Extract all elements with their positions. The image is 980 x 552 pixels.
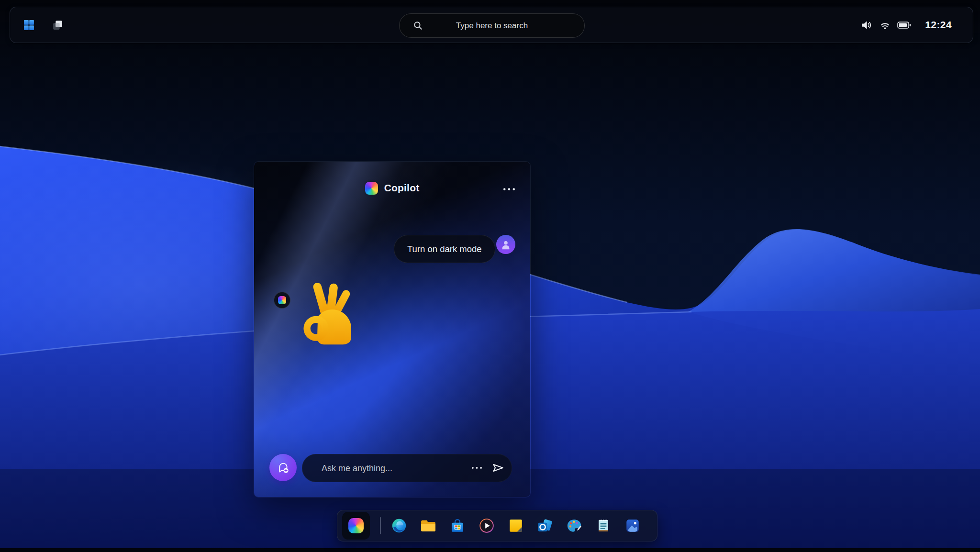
dock-item-movies-tv[interactable] [479, 518, 495, 534]
send-icon [491, 462, 505, 474]
new-chat-icon [275, 460, 291, 476]
new-chat-button[interactable] [269, 454, 297, 481]
outlook-icon [537, 518, 553, 534]
app-dock [337, 510, 657, 541]
dock-item-sticky-notes[interactable] [508, 518, 524, 534]
wifi-icon[interactable] [879, 19, 891, 31]
search-input[interactable] [400, 14, 584, 37]
taskbar-left-group [22, 7, 64, 43]
window-vignette [254, 162, 530, 497]
notepad-icon [595, 518, 612, 534]
ok-hand-emoji [300, 283, 359, 345]
dock-item-microsoft-store[interactable] [449, 518, 466, 534]
copilot-header: Copilot [254, 180, 530, 196]
dock-item-file-explorer[interactable] [420, 518, 436, 534]
dock-item-paint[interactable] [566, 518, 582, 534]
copilot-icon [348, 518, 364, 533]
user-avatar [496, 235, 515, 254]
microsoft-store-icon [449, 518, 466, 534]
send-button[interactable] [490, 461, 506, 475]
ask-input[interactable] [321, 454, 457, 483]
composer-more-options-button[interactable] [468, 463, 485, 473]
windows-start-icon[interactable] [22, 19, 35, 31]
edge-icon [391, 518, 407, 534]
system-tray: 12:24 [860, 7, 952, 43]
window-title: Copilot [384, 182, 420, 194]
file-explorer-icon [420, 518, 436, 534]
dock-item-notepad[interactable] [595, 518, 612, 534]
photos-icon [624, 518, 641, 534]
copilot-window: Copilot Turn on dark mode [254, 161, 531, 497]
copilot-logo-icon [365, 182, 378, 195]
dock-item-copilot[interactable] [342, 512, 370, 540]
window-more-options-button[interactable] [501, 184, 518, 194]
person-icon [500, 238, 512, 251]
user-message-bubble: Turn on dark mode [394, 235, 495, 263]
paint-icon [566, 518, 582, 534]
dock-item-edge[interactable] [391, 518, 407, 534]
assistant-avatar [274, 292, 290, 309]
volume-icon[interactable] [860, 19, 872, 31]
dock-item-photos[interactable] [624, 518, 641, 534]
dock-separator [380, 517, 381, 534]
sticky-notes-icon [508, 518, 524, 534]
dock-item-outlook[interactable] [537, 518, 553, 534]
copilot-logo-icon [278, 296, 286, 304]
top-taskbar: 12:24 [10, 7, 973, 43]
taskbar-search[interactable] [399, 13, 585, 38]
ask-input-pill[interactable] [302, 454, 512, 482]
stacked-windows-icon[interactable] [51, 19, 64, 31]
desktop: { "taskbar": { "search_placeholder": "Ty… [0, 0, 980, 552]
movies-tv-icon [479, 518, 495, 534]
clock[interactable]: 12:24 [925, 19, 952, 31]
battery-icon[interactable] [897, 19, 911, 31]
user-message-text: Turn on dark mode [407, 244, 482, 254]
